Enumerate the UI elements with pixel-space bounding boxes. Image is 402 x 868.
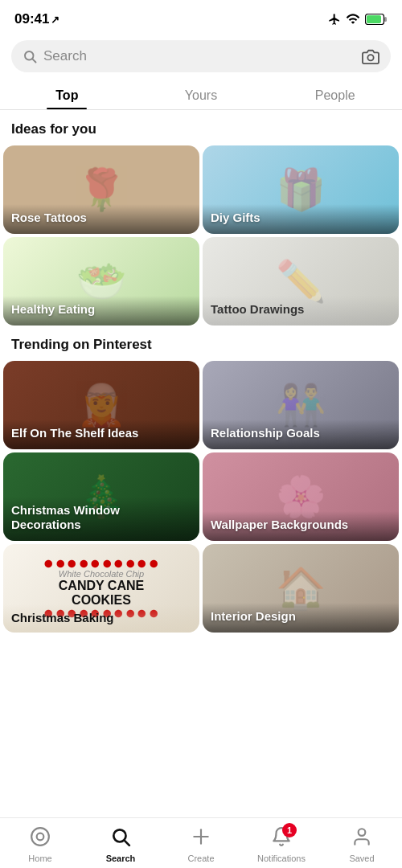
grid-label-christmas-window: Christmas Window Decorations <box>3 497 199 542</box>
nav-item-saved[interactable]: Saved <box>322 826 402 863</box>
nav-label-home: Home <box>28 854 51 863</box>
grid-label-healthy-eating: Healthy Eating <box>3 296 199 326</box>
nav-item-home[interactable]: Home <box>0 826 80 863</box>
airplane-icon <box>328 13 341 26</box>
section-title-trending: Trending on Pinterest <box>0 326 402 361</box>
search-bar[interactable]: Search <box>11 40 391 72</box>
svg-line-9 <box>125 841 129 845</box>
grid-label-christmas-baking: Christmas Baking <box>3 604 199 633</box>
camera-icon[interactable] <box>362 48 379 64</box>
nav-label-create: Create <box>187 854 214 863</box>
svg-point-5 <box>367 55 373 60</box>
create-icon <box>191 826 211 850</box>
search-nav-icon <box>110 826 131 850</box>
grid-item-relationship[interactable]: 👫 Relationship Goals <box>203 361 399 449</box>
section-title-ideas: Ideas for you <box>0 110 402 145</box>
nav-label-notifications: Notifications <box>257 854 306 863</box>
search-left: Search <box>23 48 87 64</box>
svg-rect-1 <box>367 15 381 23</box>
grid-label-diy-gifts: Diy Gifts <box>203 204 399 234</box>
grid-item-rose-tattoos[interactable]: 🌹 Rose Tattoos <box>3 145 199 234</box>
nav-item-search[interactable]: Search <box>80 826 161 863</box>
status-icons <box>328 13 388 26</box>
grid-item-wallpaper[interactable]: 🌸 Wallpaper Backgrounds <box>203 452 399 541</box>
grid-item-christmas-baking[interactable]: ⬤ ⬤ ⬤ ⬤ ⬤ ⬤ ⬤ ⬤ ⬤ ⬤ White Chocolate Chip… <box>3 544 199 633</box>
battery-icon <box>365 14 388 25</box>
home-icon <box>30 826 51 850</box>
grid-label-wallpaper: Wallpaper Backgrounds <box>203 511 399 541</box>
bell-icon: 1 <box>271 826 292 850</box>
search-bar-container: Search <box>0 35 402 80</box>
main-content: Search Top Yours People Ideas for you 🌹 … <box>0 35 402 705</box>
svg-point-12 <box>359 829 366 836</box>
nav-label-search: Search <box>106 854 136 863</box>
bottom-nav: Home Search Create 1 Notif <box>0 817 402 868</box>
svg-line-4 <box>32 59 35 62</box>
ideas-grid: 🌹 Rose Tattoos 🎁 Diy Gifts 🥗 Healthy Eat… <box>0 145 402 326</box>
notifications-badge: 1 <box>282 823 297 837</box>
grid-item-tattoo-drawings[interactable]: ✏️ Tattoo Drawings <box>203 237 399 326</box>
svg-rect-2 <box>384 17 387 22</box>
svg-point-6 <box>31 828 49 845</box>
nav-item-create[interactable]: Create <box>161 826 241 863</box>
tabs: Top Yours People <box>0 80 402 110</box>
nav-label-saved: Saved <box>349 854 374 863</box>
grid-label-elf: Elf On The Shelf Ideas <box>3 420 199 449</box>
grid-label-relationship: Relationship Goals <box>203 420 399 449</box>
grid-item-interior[interactable]: 🏠 Interior Design <box>203 544 399 633</box>
status-time: 09:41↗ <box>14 11 59 27</box>
tab-yours[interactable]: Yours <box>134 80 269 109</box>
grid-item-christmas-window[interactable]: 🎄 Christmas Window Decorations <box>3 452 199 541</box>
grid-label-rose-tattoos: Rose Tattoos <box>3 204 199 234</box>
nav-item-notifications[interactable]: 1 Notifications <box>241 826 322 863</box>
trending-grid: 🧝 Elf On The Shelf Ideas 👫 Relationship … <box>0 361 402 633</box>
person-icon <box>351 826 372 850</box>
wifi-icon <box>346 14 360 25</box>
tab-top[interactable]: Top <box>0 80 134 109</box>
grid-item-healthy-eating[interactable]: 🥗 Healthy Eating <box>3 237 199 326</box>
tab-people[interactable]: People <box>268 80 402 109</box>
svg-point-7 <box>37 833 44 841</box>
grid-label-tattoo-drawings: Tattoo Drawings <box>203 296 399 326</box>
grid-item-elf[interactable]: 🧝 Elf On The Shelf Ideas <box>3 361 199 449</box>
status-bar: 09:41↗ <box>0 0 402 35</box>
grid-label-interior: Interior Design <box>203 603 399 633</box>
grid-item-diy-gifts[interactable]: 🎁 Diy Gifts <box>203 145 399 234</box>
search-icon <box>23 49 37 63</box>
search-placeholder: Search <box>43 48 87 64</box>
